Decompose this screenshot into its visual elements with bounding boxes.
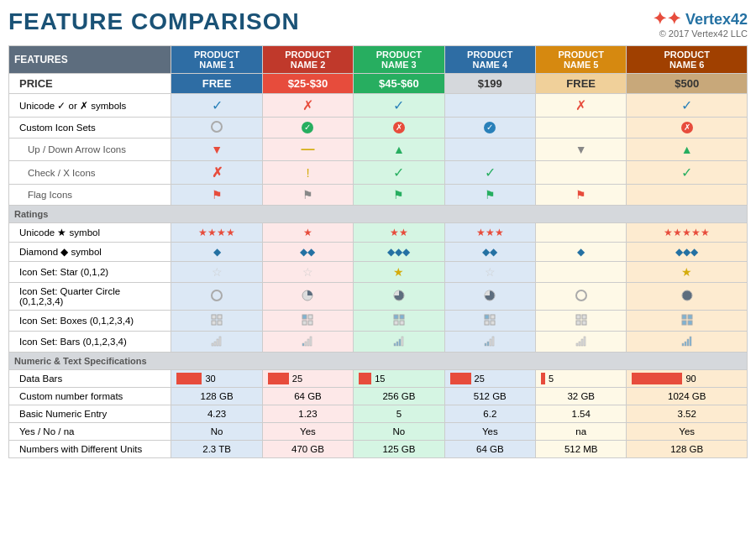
svg-rect-13	[400, 315, 404, 319]
ratings-label: Ratings	[9, 206, 748, 223]
svg-rect-22	[576, 321, 580, 325]
unicode-p3: ✓	[354, 94, 444, 118]
svg-rect-26	[682, 321, 686, 325]
svg-rect-43	[492, 337, 494, 346]
databar-p5: 5	[536, 370, 627, 388]
flags-p1: ⚑	[171, 185, 262, 206]
svg-rect-11	[308, 321, 312, 325]
ustar-p1: ★★★★	[171, 223, 262, 243]
diamond-p4: ◆◆	[444, 243, 535, 262]
svg-rect-30	[217, 339, 218, 346]
numeric-section-header: Numeric & Text Specifications	[9, 353, 748, 370]
ustar-p3: ★★	[354, 223, 444, 243]
boxes-p6	[627, 311, 748, 332]
databar-p1: 30	[171, 370, 262, 388]
price-label: PRICE	[9, 74, 171, 94]
svg-rect-8	[302, 315, 307, 319]
row-bars: Icon Set: Bars (0,1,2,3,4)	[9, 332, 748, 353]
qc-p1	[171, 283, 262, 311]
svg-rect-31	[219, 337, 221, 346]
cfmt-p6: 1024 GB	[627, 388, 748, 405]
iconstar-p1: ☆	[171, 262, 262, 283]
row-diamond: Diamond ◆ symbol ◆ ◆◆ ◆◆◆ ◆◆ ◆ ◆◆◆	[9, 243, 748, 262]
yn-p5: na	[536, 423, 627, 441]
feat-diamond: Diamond ◆ symbol	[9, 243, 171, 262]
checkx-p2: !	[262, 161, 353, 185]
svg-rect-37	[396, 342, 398, 346]
logo-area: ✦✦ Vertex42 © 2017 Vertex42 LLC	[653, 8, 748, 39]
price-p6: $500	[627, 74, 748, 94]
boxes-p2	[262, 311, 353, 332]
row-basic-numeric: Basic Numeric Entry 4.23 1.23 5 6.2 1.54…	[9, 405, 748, 423]
feat-flags: Flag Icons	[9, 185, 171, 206]
svg-rect-36	[394, 343, 396, 346]
bnum-p2: 1.23	[262, 405, 353, 423]
units-p6: 128 GB	[627, 441, 748, 458]
svg-rect-32	[302, 343, 304, 346]
svg-rect-35	[310, 337, 312, 346]
diamond-p1: ◆	[171, 243, 262, 262]
svg-rect-29	[214, 342, 216, 346]
iconstar-p5	[536, 262, 627, 283]
arrows-p5: ▼	[536, 138, 627, 161]
svg-rect-5	[218, 315, 222, 319]
ustar-p5	[536, 223, 627, 243]
cfmt-p4: 512 GB	[444, 388, 535, 405]
row-boxes: Icon Set: Boxes (0,1,2,3,4)	[9, 311, 748, 332]
bnum-p4: 6.2	[444, 405, 535, 423]
databar-p3: 15	[354, 370, 444, 388]
units-p3: 125 GB	[354, 441, 444, 458]
svg-rect-15	[400, 321, 404, 325]
cfmt-p2: 64 GB	[262, 388, 353, 405]
flags-p4: ⚑	[444, 185, 535, 206]
col-header-p2: PRODUCTNAME 2	[262, 46, 353, 74]
qc-p3	[354, 283, 444, 311]
feat-iconstar: Icon Set: Star (0,1,2)	[9, 262, 171, 283]
svg-rect-39	[402, 337, 403, 346]
icons-p6: ✗	[627, 118, 748, 138]
svg-rect-24	[682, 315, 686, 319]
unicode-p5: ✗	[536, 94, 627, 118]
bnum-p6: 3.52	[627, 405, 748, 423]
iconstar-p3: ★	[354, 262, 444, 283]
row-custom-icons: Custom Icon Sets ✓ ✗ ✓ ✗	[9, 118, 748, 138]
iconstar-p4: ☆	[444, 262, 535, 283]
svg-rect-20	[576, 315, 580, 319]
diamond-p6: ◆◆◆	[627, 243, 748, 262]
flags-p2: ⚑	[262, 185, 353, 206]
price-p2: $25-$30	[262, 74, 353, 94]
iconstar-p2: ☆	[262, 262, 353, 283]
cfmt-p1: 128 GB	[171, 388, 262, 405]
checkx-p3: ✓	[354, 161, 444, 185]
arrows-p4	[444, 138, 535, 161]
comparison-table: FEATURES PRODUCTNAME 1 PRODUCTNAME 2 PRO…	[8, 45, 748, 458]
bars-p4	[444, 332, 535, 353]
row-check-x: Check / X Icons ✗ ! ✓ ✓ ✓	[9, 161, 748, 185]
row-units: Numbers with Different Units 2.3 TB 470 …	[9, 441, 748, 458]
arrows-p2: —	[262, 138, 353, 161]
svg-rect-6	[212, 321, 216, 325]
feat-custom-icons: Custom Icon Sets	[9, 118, 171, 138]
price-row: PRICE FREE $25-$30 $45-$60 $199 FREE $50…	[9, 74, 748, 94]
svg-rect-10	[302, 321, 307, 325]
diamond-p3: ◆◆◆	[354, 243, 444, 262]
qc-p4	[444, 283, 535, 311]
row-arrows: Up / Down Arrow Icons ▼ — ▲ ▼ ▲	[9, 138, 748, 161]
col-header-p3: PRODUCTNAME 3	[354, 46, 444, 74]
diamond-p2: ◆◆	[262, 243, 353, 262]
units-p2: 470 GB	[262, 441, 353, 458]
feat-bars: Icon Set: Bars (0,1,2,3,4)	[9, 332, 171, 353]
ustar-p4: ★★★	[444, 223, 535, 243]
feat-unicode-star: Unicode ★ symbol	[9, 223, 171, 243]
ustar-p2: ★	[262, 223, 353, 243]
svg-rect-49	[685, 342, 686, 346]
col-header-p1: PRODUCTNAME 1	[171, 46, 262, 74]
svg-rect-7	[218, 321, 222, 325]
feat-unicode: Unicode ✓ or ✗ symbols	[9, 94, 171, 118]
price-p5: FREE	[536, 74, 627, 94]
icons-p2: ✓	[262, 118, 353, 138]
bars-p6	[627, 332, 748, 353]
logo-text: ✦✦ Vertex42	[653, 8, 748, 29]
feat-check-x: Check / X Icons	[9, 161, 171, 185]
price-p4: $199	[444, 74, 535, 94]
